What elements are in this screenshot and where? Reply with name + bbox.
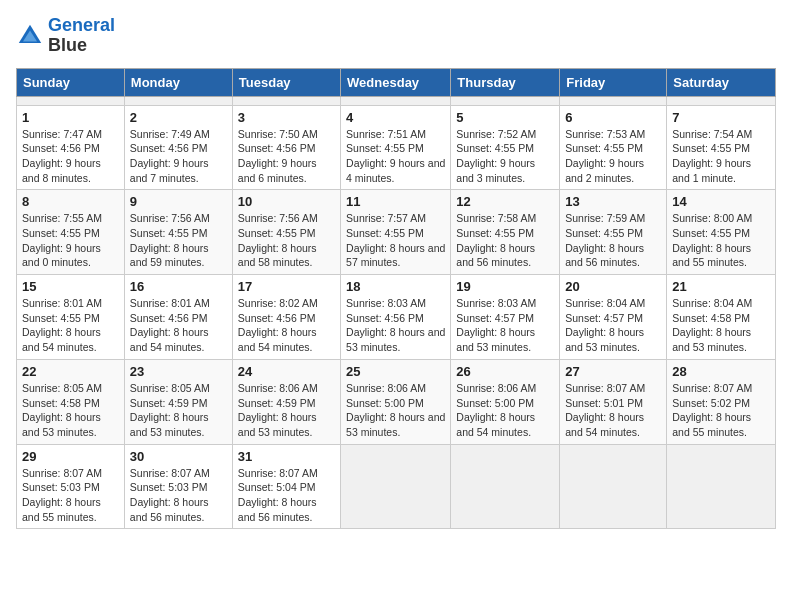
day-cell: 14Sunrise: 8:00 AM Sunset: 4:55 PM Dayli… <box>667 190 776 275</box>
day-number: 31 <box>238 449 335 464</box>
day-cell: 30Sunrise: 8:07 AM Sunset: 5:03 PM Dayli… <box>124 444 232 529</box>
day-cell: 6Sunrise: 7:53 AM Sunset: 4:55 PM Daylig… <box>560 105 667 190</box>
day-detail: Sunrise: 7:59 AM Sunset: 4:55 PM Dayligh… <box>565 211 661 270</box>
day-cell: 23Sunrise: 8:05 AM Sunset: 4:59 PM Dayli… <box>124 359 232 444</box>
day-cell <box>667 96 776 105</box>
day-detail: Sunrise: 8:01 AM Sunset: 4:55 PM Dayligh… <box>22 296 119 355</box>
day-cell: 10Sunrise: 7:56 AM Sunset: 4:55 PM Dayli… <box>232 190 340 275</box>
day-number: 25 <box>346 364 445 379</box>
day-detail: Sunrise: 8:01 AM Sunset: 4:56 PM Dayligh… <box>130 296 227 355</box>
day-cell: 8Sunrise: 7:55 AM Sunset: 4:55 PM Daylig… <box>17 190 125 275</box>
day-detail: Sunrise: 8:07 AM Sunset: 5:03 PM Dayligh… <box>130 466 227 525</box>
day-cell: 29Sunrise: 8:07 AM Sunset: 5:03 PM Dayli… <box>17 444 125 529</box>
column-header-tuesday: Tuesday <box>232 68 340 96</box>
day-number: 6 <box>565 110 661 125</box>
column-header-wednesday: Wednesday <box>341 68 451 96</box>
day-cell: 7Sunrise: 7:54 AM Sunset: 4:55 PM Daylig… <box>667 105 776 190</box>
day-cell: 13Sunrise: 7:59 AM Sunset: 4:55 PM Dayli… <box>560 190 667 275</box>
day-cell <box>451 96 560 105</box>
day-cell <box>17 96 125 105</box>
week-row-1: 1Sunrise: 7:47 AM Sunset: 4:56 PM Daylig… <box>17 105 776 190</box>
week-row-3: 15Sunrise: 8:01 AM Sunset: 4:55 PM Dayli… <box>17 275 776 360</box>
day-number: 26 <box>456 364 554 379</box>
day-number: 28 <box>672 364 770 379</box>
day-number: 13 <box>565 194 661 209</box>
day-detail: Sunrise: 7:55 AM Sunset: 4:55 PM Dayligh… <box>22 211 119 270</box>
day-cell: 21Sunrise: 8:04 AM Sunset: 4:58 PM Dayli… <box>667 275 776 360</box>
day-cell <box>560 444 667 529</box>
day-cell <box>560 96 667 105</box>
day-cell: 20Sunrise: 8:04 AM Sunset: 4:57 PM Dayli… <box>560 275 667 360</box>
day-detail: Sunrise: 8:02 AM Sunset: 4:56 PM Dayligh… <box>238 296 335 355</box>
day-number: 4 <box>346 110 445 125</box>
day-number: 24 <box>238 364 335 379</box>
day-number: 5 <box>456 110 554 125</box>
day-cell: 28Sunrise: 8:07 AM Sunset: 5:02 PM Dayli… <box>667 359 776 444</box>
logo-text: GeneralBlue <box>48 16 115 56</box>
day-detail: Sunrise: 8:04 AM Sunset: 4:58 PM Dayligh… <box>672 296 770 355</box>
day-detail: Sunrise: 7:58 AM Sunset: 4:55 PM Dayligh… <box>456 211 554 270</box>
page-header: GeneralBlue <box>16 16 776 56</box>
day-cell: 17Sunrise: 8:02 AM Sunset: 4:56 PM Dayli… <box>232 275 340 360</box>
day-number: 7 <box>672 110 770 125</box>
week-row-0 <box>17 96 776 105</box>
day-detail: Sunrise: 7:52 AM Sunset: 4:55 PM Dayligh… <box>456 127 554 186</box>
day-detail: Sunrise: 7:51 AM Sunset: 4:55 PM Dayligh… <box>346 127 445 186</box>
day-cell: 25Sunrise: 8:06 AM Sunset: 5:00 PM Dayli… <box>341 359 451 444</box>
column-header-sunday: Sunday <box>17 68 125 96</box>
day-cell <box>124 96 232 105</box>
day-detail: Sunrise: 8:03 AM Sunset: 4:57 PM Dayligh… <box>456 296 554 355</box>
day-cell: 19Sunrise: 8:03 AM Sunset: 4:57 PM Dayli… <box>451 275 560 360</box>
day-detail: Sunrise: 8:06 AM Sunset: 5:00 PM Dayligh… <box>456 381 554 440</box>
day-number: 10 <box>238 194 335 209</box>
day-detail: Sunrise: 8:07 AM Sunset: 5:02 PM Dayligh… <box>672 381 770 440</box>
day-detail: Sunrise: 8:05 AM Sunset: 4:59 PM Dayligh… <box>130 381 227 440</box>
column-header-monday: Monday <box>124 68 232 96</box>
day-number: 12 <box>456 194 554 209</box>
day-cell <box>451 444 560 529</box>
day-detail: Sunrise: 7:54 AM Sunset: 4:55 PM Dayligh… <box>672 127 770 186</box>
day-number: 3 <box>238 110 335 125</box>
day-cell: 1Sunrise: 7:47 AM Sunset: 4:56 PM Daylig… <box>17 105 125 190</box>
day-detail: Sunrise: 8:06 AM Sunset: 4:59 PM Dayligh… <box>238 381 335 440</box>
day-detail: Sunrise: 8:07 AM Sunset: 5:01 PM Dayligh… <box>565 381 661 440</box>
day-cell <box>341 96 451 105</box>
day-detail: Sunrise: 8:07 AM Sunset: 5:04 PM Dayligh… <box>238 466 335 525</box>
day-detail: Sunrise: 8:06 AM Sunset: 5:00 PM Dayligh… <box>346 381 445 440</box>
day-cell: 3Sunrise: 7:50 AM Sunset: 4:56 PM Daylig… <box>232 105 340 190</box>
day-cell: 5Sunrise: 7:52 AM Sunset: 4:55 PM Daylig… <box>451 105 560 190</box>
day-detail: Sunrise: 8:07 AM Sunset: 5:03 PM Dayligh… <box>22 466 119 525</box>
day-cell: 12Sunrise: 7:58 AM Sunset: 4:55 PM Dayli… <box>451 190 560 275</box>
calendar-table: SundayMondayTuesdayWednesdayThursdayFrid… <box>16 68 776 530</box>
day-cell <box>341 444 451 529</box>
day-number: 27 <box>565 364 661 379</box>
day-cell <box>232 96 340 105</box>
day-number: 23 <box>130 364 227 379</box>
day-detail: Sunrise: 7:50 AM Sunset: 4:56 PM Dayligh… <box>238 127 335 186</box>
day-detail: Sunrise: 7:57 AM Sunset: 4:55 PM Dayligh… <box>346 211 445 270</box>
day-cell: 31Sunrise: 8:07 AM Sunset: 5:04 PM Dayli… <box>232 444 340 529</box>
day-cell: 22Sunrise: 8:05 AM Sunset: 4:58 PM Dayli… <box>17 359 125 444</box>
day-detail: Sunrise: 7:53 AM Sunset: 4:55 PM Dayligh… <box>565 127 661 186</box>
day-cell: 26Sunrise: 8:06 AM Sunset: 5:00 PM Dayli… <box>451 359 560 444</box>
day-number: 30 <box>130 449 227 464</box>
column-header-saturday: Saturday <box>667 68 776 96</box>
day-cell: 4Sunrise: 7:51 AM Sunset: 4:55 PM Daylig… <box>341 105 451 190</box>
day-detail: Sunrise: 7:49 AM Sunset: 4:56 PM Dayligh… <box>130 127 227 186</box>
day-cell: 16Sunrise: 8:01 AM Sunset: 4:56 PM Dayli… <box>124 275 232 360</box>
day-number: 21 <box>672 279 770 294</box>
day-number: 1 <box>22 110 119 125</box>
day-detail: Sunrise: 7:56 AM Sunset: 4:55 PM Dayligh… <box>238 211 335 270</box>
day-number: 14 <box>672 194 770 209</box>
day-number: 2 <box>130 110 227 125</box>
logo: GeneralBlue <box>16 16 115 56</box>
column-header-thursday: Thursday <box>451 68 560 96</box>
day-cell: 9Sunrise: 7:56 AM Sunset: 4:55 PM Daylig… <box>124 190 232 275</box>
week-row-2: 8Sunrise: 7:55 AM Sunset: 4:55 PM Daylig… <box>17 190 776 275</box>
day-cell: 11Sunrise: 7:57 AM Sunset: 4:55 PM Dayli… <box>341 190 451 275</box>
day-detail: Sunrise: 7:56 AM Sunset: 4:55 PM Dayligh… <box>130 211 227 270</box>
day-number: 8 <box>22 194 119 209</box>
day-cell: 18Sunrise: 8:03 AM Sunset: 4:56 PM Dayli… <box>341 275 451 360</box>
day-cell: 2Sunrise: 7:49 AM Sunset: 4:56 PM Daylig… <box>124 105 232 190</box>
week-row-5: 29Sunrise: 8:07 AM Sunset: 5:03 PM Dayli… <box>17 444 776 529</box>
